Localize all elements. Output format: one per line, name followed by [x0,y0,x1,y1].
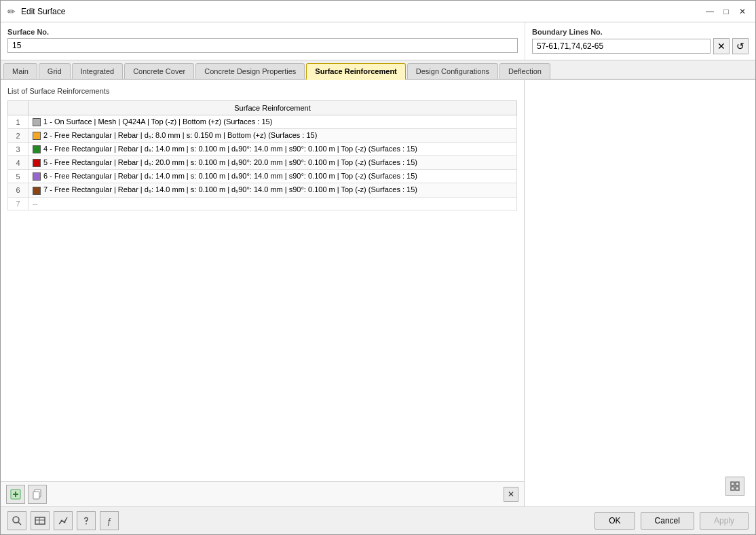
main-window: ✏ Edit Surface — □ ✕ Surface No. Boundar… [0,0,756,535]
boundary-lines-row: ✕ ↺ [532,38,749,54]
boundary-lines-group: Boundary Lines No. ✕ ↺ [525,22,755,60]
search-bottom-button[interactable] [7,511,26,530]
color-swatch [33,187,41,195]
tabs-bar: Main Grid Integrated Concrete Cover Conc… [1,60,755,80]
table-row[interactable]: 11 - On Surface | Mesh | Q424A | Top (-z… [8,115,517,129]
svg-point-16 [86,523,87,525]
create-reinforcement-button[interactable] [6,485,25,504]
row-number: 6 [8,183,29,197]
svg-rect-4 [33,492,39,499]
svg-rect-11 [35,517,45,524]
tab-main[interactable]: Main [3,63,37,79]
color-swatch [33,172,41,181]
ok-button[interactable]: OK [594,512,635,530]
bottom-toolbar: ƒ OK Cancel Apply [1,506,755,534]
tab-grid[interactable]: Grid [39,63,71,79]
svg-rect-6 [736,482,739,485]
row-content: 2 - Free Rectangular | Rebar | dₛ: 8.0 m… [29,129,517,143]
right-corner-button[interactable] [725,477,744,496]
row-text: 2 - Free Rectangular | Rebar | dₛ: 8.0 m… [43,131,317,139]
surface-no-group: Surface No. [1,22,525,60]
tab-content: List of Surface Reinforcements Surface R… [1,80,524,481]
row-number: 2 [8,129,29,143]
window-icon: ✏ [6,6,17,17]
formula-bottom-button[interactable]: ƒ [100,511,119,530]
table-row[interactable]: 45 - Free Rectangular | Rebar | dₛ: 20.0… [8,156,517,170]
minimize-button[interactable]: — [702,4,717,19]
delete-reinforcement-button[interactable]: ✕ [504,487,518,502]
row-content: 7 - Free Rectangular | Rebar | dₛ: 14.0 … [29,183,517,197]
surface-no-input[interactable] [7,38,518,53]
svg-rect-5 [731,482,734,485]
table-toolbar: ✕ [1,481,524,506]
maximize-button[interactable]: □ [719,4,734,19]
table-icon [35,515,45,526]
tab-concrete-cover[interactable]: Concrete Cover [124,63,194,79]
tab-concrete-design[interactable]: Concrete Design Properties [195,63,305,79]
table-row[interactable]: 56 - Free Rectangular | Rebar | dₛ: 14.0… [8,170,517,183]
corner-icon [730,481,740,492]
svg-point-15 [64,521,66,523]
row-text: 5 - Free Rectangular | Rebar | dₛ: 20.0 … [43,158,417,166]
right-empty-area [525,80,755,466]
left-panel: List of Surface Reinforcements Surface R… [1,80,525,506]
svg-point-14 [61,520,63,522]
boundary-reset-button[interactable]: ✕ [713,38,730,54]
copy-icon [32,489,43,500]
boundary-lines-input[interactable] [532,39,711,54]
help-bottom-button[interactable] [77,511,96,530]
table-row[interactable]: 22 - Free Rectangular | Rebar | dₛ: 8.0 … [8,129,517,143]
content-area: List of Surface Reinforcements Surface R… [1,80,755,506]
window-controls: — □ ✕ [702,4,750,19]
row-text: 6 - Free Rectangular | Rebar | dₛ: 14.0 … [43,172,417,180]
boundary-navigate-button[interactable]: ↺ [732,38,749,54]
table-row[interactable]: 34 - Free Rectangular | Rebar | dₛ: 14.0… [8,143,517,156]
row-content: 6 - Free Rectangular | Rebar | dₛ: 14.0 … [29,170,517,183]
help-icon [81,515,92,526]
action-buttons: OK Cancel Apply [594,512,749,530]
svg-rect-7 [731,487,734,490]
tab-surface-reinforcement[interactable]: Surface Reinforcement [306,63,405,80]
row-text: 4 - Free Rectangular | Rebar | dₛ: 14.0 … [43,145,417,153]
row-content: -- [29,197,517,210]
row-number: 7 [8,197,29,210]
copy-reinforcement-button[interactable] [28,485,47,504]
table-bottom-button[interactable] [31,511,50,530]
color-swatch [33,145,41,153]
svg-rect-8 [736,487,739,490]
title-bar: ✏ Edit Surface — □ ✕ [1,1,755,22]
col-reinforcement-header: Surface Reinforcement [29,101,517,115]
formula-icon: ƒ [107,516,111,526]
row-number: 4 [8,156,29,170]
reinforcement-table: Surface Reinforcement 11 - On Surface | … [7,100,517,210]
row-number: 5 [8,170,29,183]
row-number: 1 [8,115,29,129]
boundary-lines-label: Boundary Lines No. [532,28,749,36]
svg-line-10 [18,522,21,525]
row-content: 5 - Free Rectangular | Rebar | dₛ: 20.0 … [29,156,517,170]
apply-button[interactable]: Apply [700,512,749,530]
graph-icon [58,515,69,526]
tab-deflection[interactable]: Deflection [499,63,550,79]
color-swatch [33,132,41,140]
row-text: 1 - On Surface | Mesh | Q424A | Top (-z)… [43,117,272,126]
right-corner-area [525,466,755,506]
table-row[interactable]: 67 - Free Rectangular | Rebar | dₛ: 14.0… [8,183,517,197]
row-text: -- [33,200,37,208]
color-swatch [33,159,41,167]
col-num-header [8,101,29,115]
graph-bottom-button[interactable] [54,511,73,530]
create-icon [10,489,21,500]
surface-no-label: Surface No. [7,28,518,36]
right-panel [525,80,755,506]
tab-integrated[interactable]: Integrated [72,63,124,79]
search-icon [12,515,22,526]
row-number: 3 [8,143,29,156]
cancel-button[interactable]: Cancel [641,512,694,530]
table-row[interactable]: 7-- [8,197,517,210]
title-bar-left: ✏ Edit Surface [6,6,65,17]
svg-point-9 [13,517,19,523]
tab-design-config[interactable]: Design Configurations [407,63,498,79]
section-title: List of Surface Reinforcements [7,87,517,95]
close-button[interactable]: ✕ [735,4,750,19]
